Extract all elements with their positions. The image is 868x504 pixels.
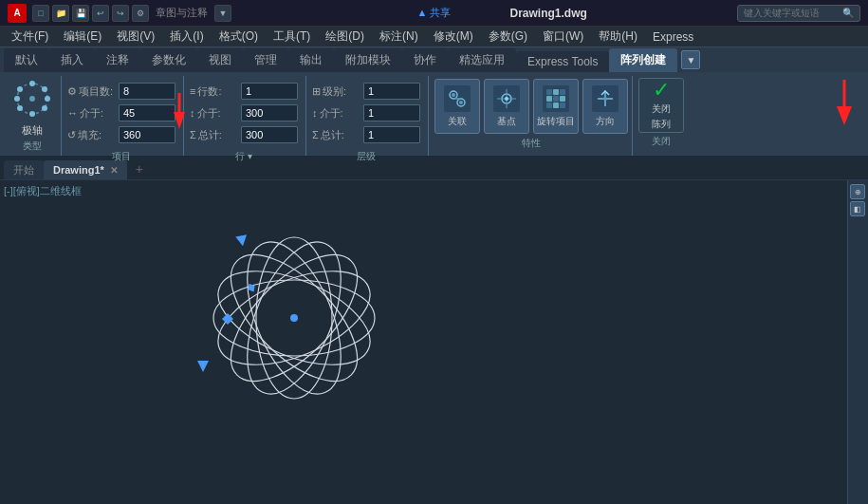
annotation-arrow1	[172, 93, 200, 134]
items-fill-row: ↺ 填充:	[67, 125, 175, 144]
levels-total-icon: Σ	[312, 129, 319, 140]
direction-icon	[592, 85, 619, 112]
menu-dimension[interactable]: 标注(N)	[372, 27, 426, 47]
rotate-items-label: 旋转项目	[537, 115, 575, 128]
search-icon: 🔍	[842, 8, 854, 18]
rows-total-input[interactable]	[241, 126, 298, 143]
props-buttons: 关联 基点	[434, 78, 628, 135]
levels-total-row: Σ 总计:	[312, 125, 420, 144]
title-bar: A □ 📁 💾 ↩ ↪ ⚙ 章图与注释 ▼ ▲ 共享 Drawing1.dwg …	[0, 0, 868, 27]
tab-array-create[interactable]: 阵列创建	[609, 48, 677, 72]
tab-annotate[interactable]: 注释	[95, 48, 140, 72]
tab-express[interactable]: Express Tools	[516, 51, 609, 72]
items-fill-input[interactable]	[119, 126, 175, 143]
associate-button[interactable]: 关联	[434, 79, 480, 134]
open-icon[interactable]: 📁	[52, 5, 69, 22]
menu-draw[interactable]: 绘图(D)	[318, 27, 372, 47]
menu-tools[interactable]: 工具(T)	[266, 27, 318, 47]
ribbon-overflow-btn[interactable]: ▼	[681, 50, 700, 69]
tab-start-label: 开始	[13, 163, 34, 177]
svg-point-5	[42, 105, 47, 111]
redo-icon[interactable]: ↪	[112, 5, 129, 22]
tab-insert[interactable]: 插入	[49, 48, 95, 72]
rotate-items-button[interactable]: 旋转项目	[533, 79, 579, 134]
tab-default[interactable]: 默认	[4, 48, 49, 72]
search-placeholder: 键入关键字或短语	[744, 7, 820, 20]
levels-group: ⊞ 级别: ↕ 介于: Σ 总计:	[308, 76, 429, 156]
triangle-marker	[197, 361, 209, 372]
levels-total-input[interactable]	[363, 126, 420, 143]
associate-icon	[444, 85, 471, 112]
rows-between-row: ↕ 介于:	[190, 103, 298, 122]
tab-drawing1[interactable]: Drawing1* ✕	[44, 160, 127, 179]
undo-icon[interactable]: ↩	[92, 5, 109, 22]
save-icon[interactable]: 💾	[72, 5, 89, 22]
polar-axis-icon[interactable]	[11, 78, 53, 120]
svg-marker-34	[235, 234, 249, 247]
tab-params[interactable]: 参数化	[140, 48, 197, 72]
items-count-row: ⚙ 项目数:	[67, 82, 175, 101]
properties-group-label: 特性	[522, 137, 541, 152]
items-group-label: 项目	[67, 150, 175, 163]
items-count-label: ⚙ 项目数:	[67, 84, 115, 99]
close-array-button[interactable]: ✓ 关闭 陈列	[638, 78, 684, 133]
tab-output[interactable]: 输出	[288, 48, 334, 72]
items-group: ⚙ 项目数: ↔ 介于: ↺ 填充:	[64, 76, 184, 156]
tab-close-icon[interactable]: ✕	[110, 165, 118, 176]
levels-count-input[interactable]	[363, 83, 420, 100]
tab-start[interactable]: 开始	[4, 160, 44, 179]
close-check-icon: ✓	[653, 80, 670, 101]
menu-format[interactable]: 格式(O)	[212, 27, 266, 47]
tab-addons[interactable]: 附加模块	[334, 48, 402, 72]
basepoint-label: 基点	[497, 115, 516, 128]
properties-group: 关联 基点	[431, 76, 633, 156]
items-between-input[interactable]	[119, 104, 175, 121]
levels-between-input[interactable]	[363, 104, 420, 121]
new-icon[interactable]: □	[32, 5, 49, 22]
share-label[interactable]: ▲ 共享	[417, 6, 452, 20]
items-count-input[interactable]	[119, 83, 175, 100]
tab-drawing1-label: Drawing1*	[53, 164, 104, 176]
items-fill-label: ↺ 填充:	[67, 128, 115, 142]
tab-manage[interactable]: 管理	[243, 48, 288, 72]
levels-between-label: ↕ 介于:	[312, 106, 360, 121]
diamond-marker	[222, 313, 231, 323]
direction-button[interactable]: 方向	[582, 79, 628, 134]
items-between-icon: ↔	[67, 107, 78, 119]
grid-display	[546, 89, 565, 108]
tab-featured[interactable]: 精选应用	[448, 48, 516, 72]
items-icon: ⚙	[67, 85, 77, 98]
tab-view[interactable]: 视图	[197, 48, 243, 72]
dropdown-icon[interactable]: ▼	[214, 5, 231, 22]
menu-modify[interactable]: 修改(M)	[426, 27, 481, 47]
menu-help[interactable]: 帮助(H)	[591, 27, 645, 47]
menu-edit[interactable]: 编辑(E)	[56, 27, 109, 47]
levels-total-label: Σ 总计:	[312, 128, 360, 142]
svg-point-13	[452, 93, 455, 97]
basepoint-button[interactable]: 基点	[484, 79, 529, 134]
levels-group-label: 层级	[312, 150, 420, 163]
menu-insert[interactable]: 插入(I)	[162, 27, 211, 47]
levels-count-label: ⊞ 级别:	[312, 84, 360, 99]
svg-point-6	[29, 111, 35, 117]
levels-count-row: ⊞ 级别:	[312, 82, 420, 101]
menu-view[interactable]: 视图(V)	[109, 27, 162, 47]
menu-window[interactable]: 窗口(W)	[535, 27, 591, 47]
menu-file[interactable]: 文件(F)	[4, 27, 56, 47]
svg-point-4	[45, 96, 50, 102]
items-between-row: ↔ 介于:	[67, 103, 175, 122]
menu-express[interactable]: Express	[645, 28, 701, 46]
tab-collab[interactable]: 协作	[402, 48, 448, 72]
rows-count-input[interactable]	[241, 83, 298, 100]
rows-total-row: Σ 总计:	[190, 125, 298, 144]
rotate-items-icon	[543, 85, 569, 112]
svg-point-8	[14, 96, 20, 102]
close-label2: 陈列	[652, 118, 671, 131]
menu-params[interactable]: 参数(G)	[481, 27, 535, 47]
settings-icon[interactable]: ⚙	[132, 5, 149, 22]
search-box[interactable]: 键入关键字或短语 🔍	[737, 5, 860, 22]
rows-between-input[interactable]	[241, 104, 298, 121]
levels-icon: ⊞	[312, 85, 321, 98]
app-window: A □ 📁 💾 ↩ ↪ ⚙ 章图与注释 ▼ ▲ 共享 Drawing1.dwg …	[0, 0, 868, 504]
rows-count-row: ≡ 行数:	[190, 82, 298, 101]
